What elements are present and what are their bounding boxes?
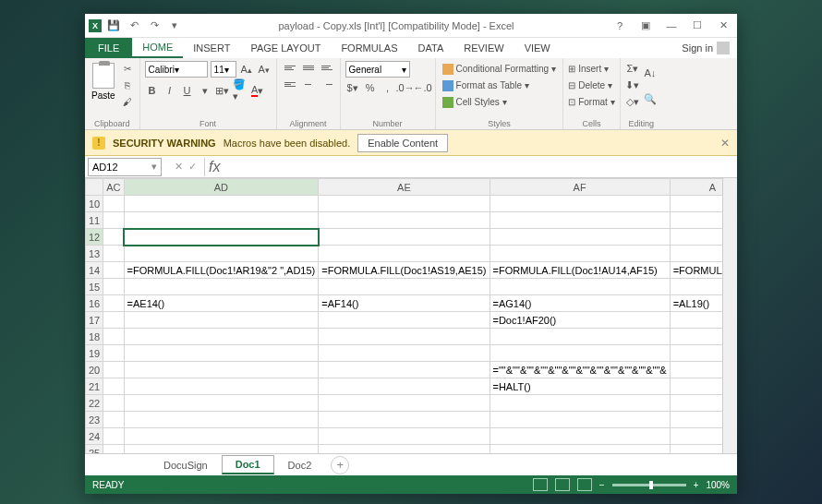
cell[interactable]: [490, 345, 670, 362]
cell[interactable]: [319, 412, 490, 428]
row-header[interactable]: 22: [86, 395, 103, 412]
fx-icon[interactable]: fx: [205, 159, 224, 175]
row-header[interactable]: 16: [86, 295, 103, 312]
autosum-icon[interactable]: Σ▾: [625, 61, 640, 76]
col-header[interactable]: AC: [103, 179, 124, 196]
sheet-tab-doc1[interactable]: Doc1: [222, 455, 274, 474]
cell[interactable]: [670, 196, 722, 212]
cell[interactable]: [103, 412, 124, 428]
cell[interactable]: [490, 196, 670, 212]
cut-icon[interactable]: ✂: [120, 61, 135, 76]
name-box[interactable]: AD12 ▾: [88, 158, 162, 176]
delete-cells-button[interactable]: ⊟ Delete ▾: [568, 78, 615, 93]
cell[interactable]: [670, 412, 722, 428]
increase-decimal-icon[interactable]: .0→: [398, 80, 413, 95]
increase-font-icon[interactable]: A▴: [239, 62, 254, 77]
format-cells-button[interactable]: ⊡ Format ▾: [568, 94, 615, 110]
row-header[interactable]: 14: [86, 262, 103, 279]
zoom-in-icon[interactable]: +: [694, 480, 699, 490]
select-all-corner[interactable]: [86, 179, 103, 196]
vertical-scrollbar[interactable]: [722, 178, 737, 453]
sign-in-button[interactable]: Sign in: [671, 38, 737, 58]
cell[interactable]: [490, 279, 670, 295]
cell[interactable]: [319, 196, 490, 212]
col-header[interactable]: AE: [319, 179, 490, 196]
percent-icon[interactable]: %: [363, 80, 378, 95]
cell[interactable]: [124, 395, 319, 412]
cell[interactable]: [670, 395, 722, 412]
cell[interactable]: =FORMULA.FILL: [670, 262, 722, 279]
enter-formula-icon[interactable]: ✓: [188, 161, 197, 173]
cell[interactable]: [670, 378, 722, 395]
page-layout-view-icon[interactable]: [555, 478, 570, 491]
cell[interactable]: [319, 212, 490, 229]
cell[interactable]: [319, 329, 490, 345]
tab-formulas[interactable]: FORMULAS: [331, 38, 407, 58]
maximize-icon[interactable]: ☐: [687, 18, 707, 34]
align-middle-icon[interactable]: [300, 61, 317, 74]
cell[interactable]: [103, 246, 124, 262]
cell[interactable]: [670, 246, 722, 262]
sort-filter-icon[interactable]: A↓: [643, 61, 658, 85]
cell[interactable]: [670, 212, 722, 229]
cell[interactable]: [124, 246, 319, 262]
cell[interactable]: [319, 362, 490, 378]
decrease-decimal-icon[interactable]: ←.0: [416, 80, 430, 95]
align-bottom-icon[interactable]: [319, 61, 335, 74]
cell[interactable]: [124, 212, 319, 229]
underline-button[interactable]: U: [180, 83, 195, 98]
row-header[interactable]: 25: [86, 445, 103, 454]
cell[interactable]: [103, 395, 124, 412]
cell[interactable]: [103, 428, 124, 445]
fill-icon[interactable]: ⬇▾: [625, 78, 640, 92]
cell[interactable]: =AL19(): [670, 295, 722, 312]
zoom-out-icon[interactable]: −: [599, 480, 605, 490]
cell[interactable]: [103, 262, 124, 279]
cell[interactable]: [124, 428, 319, 445]
cell[interactable]: =""&""&""&""&""&""&""&""&""&""&""&""&: [490, 362, 670, 378]
ribbon-options-icon[interactable]: ▣: [635, 18, 656, 34]
cell[interactable]: [103, 279, 124, 295]
cell[interactable]: [319, 345, 490, 362]
worksheet-grid[interactable]: AC AD AE AF A 10 11 12 13 14=FORMULA.FIL…: [85, 178, 737, 453]
format-painter-icon[interactable]: 🖌: [120, 94, 135, 109]
cell[interactable]: [124, 345, 319, 362]
tab-view[interactable]: VIEW: [514, 38, 561, 58]
row-header[interactable]: 23: [86, 412, 103, 428]
copy-icon[interactable]: ⎘: [120, 78, 135, 92]
row-header[interactable]: 19: [86, 345, 103, 362]
sheet-tab-docusign[interactable]: DocuSign: [150, 456, 222, 474]
row-header[interactable]: 12: [86, 229, 103, 246]
cell[interactable]: [103, 378, 124, 395]
cell[interactable]: [670, 445, 722, 454]
cell[interactable]: [490, 246, 670, 262]
row-header[interactable]: 11: [86, 212, 103, 229]
cell[interactable]: [490, 445, 670, 454]
cell[interactable]: [103, 312, 124, 329]
align-center-icon[interactable]: [300, 78, 317, 90]
row-header[interactable]: 17: [86, 312, 103, 329]
cell[interactable]: [490, 212, 670, 229]
col-header[interactable]: AF: [490, 179, 670, 196]
cell[interactable]: =AE14(): [124, 295, 319, 312]
tab-insert[interactable]: INSERT: [183, 38, 240, 58]
comma-icon[interactable]: ,: [381, 80, 395, 95]
clear-icon[interactable]: ◇▾: [625, 94, 640, 109]
zoom-slider[interactable]: [612, 484, 686, 486]
align-left-icon[interactable]: [282, 78, 298, 90]
cell[interactable]: [319, 279, 490, 295]
cell[interactable]: [103, 196, 124, 212]
cell[interactable]: =AF14(): [319, 295, 490, 312]
cell[interactable]: [670, 329, 722, 345]
insert-cells-button[interactable]: ⊞ Insert ▾: [568, 61, 615, 77]
cell[interactable]: =FORMULA.FILL(Doc1!AU14,AF15): [490, 262, 670, 279]
cancel-formula-icon[interactable]: ✕: [175, 161, 183, 173]
cell[interactable]: [124, 445, 319, 454]
tab-home[interactable]: HOME: [132, 38, 183, 58]
cell[interactable]: [490, 395, 670, 412]
cell[interactable]: [124, 362, 319, 378]
currency-icon[interactable]: $▾: [345, 80, 360, 95]
col-header[interactable]: AD: [124, 179, 319, 196]
tab-pagelayout[interactable]: PAGE LAYOUT: [240, 38, 331, 58]
warning-close-icon[interactable]: ✕: [720, 137, 730, 150]
